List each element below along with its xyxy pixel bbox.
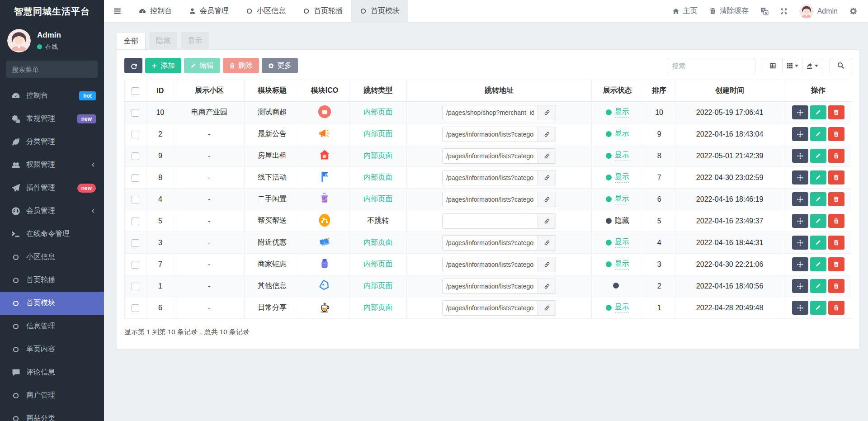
sidebar-search-input[interactable] [12,66,102,73]
row-delete-button[interactable] [828,170,844,184]
row-delete-button[interactable] [828,257,844,271]
drag-move-button[interactable] [792,236,808,250]
link-button[interactable] [538,257,556,272]
jump-url-input[interactable] [442,235,538,251]
drag-move-button[interactable] [792,170,808,184]
select-all-checkbox[interactable] [132,87,139,95]
tab-hidden[interactable]: 隐藏 [149,32,177,49]
drag-move-button[interactable] [792,279,808,293]
drag-move-button[interactable] [792,257,808,271]
row-delete-button[interactable] [828,105,844,119]
row-delete-button[interactable] [828,214,844,228]
status-badge[interactable] [613,283,622,289]
jump-url-input[interactable] [442,213,538,229]
status-badge[interactable]: 显示 [606,107,629,118]
row-edit-button[interactable] [810,257,826,271]
status-badge[interactable]: 显示 [606,194,629,204]
user-menu[interactable]: Admin [799,4,838,19]
table-search-input[interactable] [667,58,755,73]
translate-icon[interactable] [760,7,769,15]
row-delete-button[interactable] [828,236,844,250]
tab-visible[interactable]: 显示 [181,32,209,49]
sidebar-item-comments[interactable]: 评论信息 [0,361,104,384]
drag-move-button[interactable] [792,105,808,119]
sidebar-item-home-banner[interactable]: 首页轮播 [0,269,104,292]
sidebar-item-general[interactable]: 常规管理new [0,107,104,130]
link-button[interactable] [538,213,556,229]
sidebar-item-single-page[interactable]: 单页内容 [0,338,104,361]
status-badge[interactable]: 显示 [606,259,629,270]
link-button[interactable] [538,235,556,251]
link-button[interactable] [538,170,556,185]
tab-community-info[interactable]: 小区信息 [237,0,294,22]
drag-move-button[interactable] [792,301,808,315]
jump-url-input[interactable] [442,300,538,316]
jump-url-input[interactable] [442,148,538,164]
add-button[interactable]: 添加 [145,58,181,73]
jump-url-input[interactable] [442,170,538,185]
jump-url-input[interactable] [442,127,538,142]
tab-member[interactable]: 会员管理 [180,0,237,22]
tab-all[interactable]: 全部 [117,32,146,49]
link-button[interactable] [538,192,556,207]
link-button[interactable] [538,148,556,164]
drag-move-button[interactable] [792,149,808,163]
status-badge[interactable]: 显示 [606,237,629,248]
sidebar-item-addon[interactable]: 插件管理new [0,176,104,199]
sidebar-item-goods-category[interactable]: 商品分类 [0,407,104,421]
detail-view-button[interactable] [763,58,783,73]
clear-cache-button[interactable]: 清除缓存 [709,6,749,16]
row-delete-button[interactable] [828,301,844,315]
row-checkbox[interactable] [132,218,139,225]
row-edit-button[interactable] [810,105,826,119]
drag-move-button[interactable] [792,192,808,206]
status-badge[interactable]: 显示 [606,172,629,183]
settings-gear-icon[interactable] [849,7,857,15]
sidebar-item-dashboard[interactable]: 控制台hot [0,84,104,107]
edit-button[interactable]: 编辑 [184,58,220,73]
refresh-button[interactable] [124,58,142,73]
jump-url-input[interactable] [442,192,538,207]
status-badge[interactable]: 显示 [606,151,629,161]
home-link[interactable]: 主页 [672,6,698,16]
row-edit-button[interactable] [810,301,826,315]
hamburger-menu-icon[interactable] [104,0,130,22]
sidebar-item-community-info[interactable]: 小区信息 [0,246,104,269]
tab-home-module[interactable]: 首页模块 [351,0,408,22]
sidebar-item-command[interactable]: 在线命令管理 [0,222,104,246]
row-checkbox[interactable] [132,131,139,138]
row-edit-button[interactable] [810,192,826,206]
status-badge[interactable]: 显示 [606,303,629,313]
sidebar-item-merchant[interactable]: 商户管理 [0,384,104,407]
drag-move-button[interactable] [792,214,808,228]
row-checkbox[interactable] [132,261,139,269]
drag-move-button[interactable] [792,127,808,141]
delete-button[interactable]: 删除 [223,58,259,73]
row-edit-button[interactable] [810,279,826,293]
row-checkbox[interactable] [132,174,139,182]
status-badge[interactable]: 显示 [606,129,629,139]
tab-dashboard[interactable]: 控制台 [130,0,180,22]
row-checkbox[interactable] [132,109,139,117]
link-button[interactable] [538,300,556,316]
row-checkbox[interactable] [132,196,139,203]
jump-url-input[interactable] [442,105,538,120]
status-badge[interactable]: 隐藏 [606,216,629,226]
row-checkbox[interactable] [132,239,139,247]
row-delete-button[interactable] [828,149,844,163]
columns-button[interactable] [783,58,802,73]
row-edit-button[interactable] [810,236,826,250]
sidebar-item-auth[interactable]: 权限管理 [0,153,104,176]
export-button[interactable] [802,58,822,73]
row-delete-button[interactable] [828,127,844,141]
fullscreen-icon[interactable] [780,8,788,15]
row-checkbox[interactable] [132,283,139,290]
row-checkbox[interactable] [132,304,139,312]
row-delete-button[interactable] [828,279,844,293]
row-edit-button[interactable] [810,214,826,228]
row-edit-button[interactable] [810,127,826,141]
row-checkbox[interactable] [132,152,139,160]
avatar[interactable] [7,29,31,52]
row-delete-button[interactable] [828,192,844,206]
row-edit-button[interactable] [810,149,826,163]
